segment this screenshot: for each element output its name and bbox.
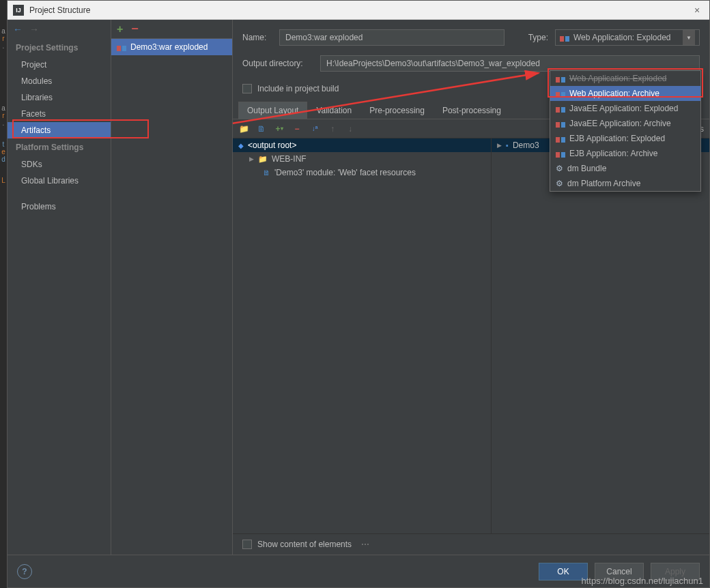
nav-project[interactable]: Project [8, 57, 111, 73]
dd-ejb-archive[interactable]: EJB Application: Archive [550, 146, 700, 161]
type-dropdown: Web Application: Exploded Web Applicatio… [550, 70, 701, 192]
window-title: Project Structure [29, 5, 690, 15]
show-content-label: Show content of elements [257, 540, 352, 549]
titlebar: IJ Project Structure × [8, 1, 709, 20]
tab-pre-processing[interactable]: Pre-processing [360, 102, 434, 119]
tree-webinf-label: WEB-INF [272, 154, 307, 164]
chevron-down-icon: ▼ [683, 30, 695, 45]
ellipsis-icon[interactable]: ⋯ [361, 540, 370, 549]
dd-dm-platform[interactable]: ⚙ dm Platform Archive [550, 176, 700, 191]
artifact-type-icon [560, 33, 569, 42]
dd-ejb-exploded[interactable]: EJB Application: Exploded [550, 131, 700, 146]
dd-javaee-archive[interactable]: JavaEE Application: Archive [550, 116, 700, 131]
close-icon[interactable]: × [690, 5, 704, 16]
nav-libraries[interactable]: Libraries [8, 89, 111, 106]
show-content-row[interactable]: Show content of elements ⋯ [233, 533, 709, 555]
tab-validation[interactable]: Validation [307, 102, 360, 119]
dd-dm-bundle[interactable]: ⚙ dm Bundle [550, 161, 700, 176]
add-copy-icon[interactable]: +▾ [274, 123, 285, 134]
main-panel: Name: Type: Web Application: Exploded ▼ … [233, 20, 709, 555]
show-content-checkbox[interactable] [242, 540, 252, 549]
back-icon[interactable]: ← [13, 24, 23, 35]
type-select[interactable]: Web Application: Exploded ▼ [555, 29, 700, 46]
expand-icon[interactable]: ▶ [249, 156, 254, 162]
include-build-label: Include in project build [257, 84, 339, 93]
bundle-icon: ⚙ [556, 164, 563, 173]
tree-output-root[interactable]: ◆ <output root> [233, 138, 491, 152]
nav-modules[interactable]: Modules [8, 73, 111, 89]
section-project-settings: Project Settings [8, 39, 111, 57]
avail-demo3-label: Demo3 [513, 141, 539, 150]
editor-gutter-strip: a r . a r . t e d L [0, 0, 7, 588]
remove-artifact-icon[interactable]: − [131, 22, 139, 36]
sidebar: ← → Project Settings Project Modules Lib… [8, 20, 111, 555]
dd-web-exploded[interactable]: Web Application: Exploded [550, 71, 700, 86]
artifact-toolbar: + − [111, 20, 232, 39]
nav-artifacts[interactable]: Artifacts [8, 122, 111, 138]
module-icon: ▪ [506, 141, 509, 149]
available-elements-pane[interactable]: ▶ ▪ Demo3 [491, 138, 709, 533]
forward-icon[interactable]: → [29, 24, 39, 35]
tree-webinf[interactable]: ▶ 📁 WEB-INF [233, 152, 491, 166]
remove-icon[interactable]: − [292, 123, 302, 134]
dd-javaee-exploded[interactable]: JavaEE Application: Exploded [550, 101, 700, 116]
output-tree[interactable]: ◆ <output root> ▶ 📁 WEB-INF 🗎 'Demo3' mo… [233, 138, 491, 533]
help-icon[interactable]: ? [17, 564, 32, 579]
nav-sdks[interactable]: SDKs [8, 156, 111, 173]
section-platform-settings: Platform Settings [8, 138, 111, 156]
move-down-icon[interactable]: ↓ [345, 123, 356, 134]
artifact-icon [556, 149, 565, 158]
tree-output-root-label: <output root> [248, 141, 296, 150]
project-structure-dialog: IJ Project Structure × ← → Project Setti… [7, 0, 710, 588]
type-select-value: Web Application: Exploded [573, 33, 671, 42]
watermark: https://blog.csdn.net/lujiachun1 [581, 576, 703, 586]
sort-icon[interactable]: ↓ª [309, 123, 320, 134]
expand-icon[interactable]: ▶ [497, 142, 502, 149]
content-split: ◆ <output root> ▶ 📁 WEB-INF 🗎 'Demo3' mo… [233, 138, 709, 533]
tab-post-processing[interactable]: Post-processing [434, 102, 510, 119]
output-root-icon: ◆ [238, 142, 244, 149]
nav-facets[interactable]: Facets [8, 106, 111, 122]
tab-output-layout[interactable]: Output Layout [238, 102, 307, 119]
new-folder-icon[interactable]: 📁 [238, 123, 249, 134]
move-up-icon[interactable]: ↑ [327, 123, 338, 134]
tree-module-resources-label: 'Demo3' module: 'Web' facet resources [274, 168, 416, 177]
artifact-icon [556, 134, 565, 143]
folder-icon: 📁 [258, 155, 268, 164]
web-resources-icon: 🗎 [263, 168, 270, 177]
dialog-body: ← → Project Settings Project Modules Lib… [8, 20, 709, 555]
tree-module-resources[interactable]: 🗎 'Demo3' module: 'Web' facet resources [233, 166, 491, 179]
type-label: Type: [528, 33, 548, 42]
add-artifact-icon[interactable]: + [117, 23, 123, 35]
dd-web-archive[interactable]: Web Application: Archive [550, 86, 700, 101]
outdir-label: Output directory: [242, 59, 313, 68]
artifact-icon [556, 104, 565, 113]
artifact-icon [117, 43, 126, 51]
artifact-item-demo3[interactable]: Demo3:war exploded [111, 39, 232, 55]
ok-button[interactable]: OK [539, 563, 588, 580]
nav-problems[interactable]: Problems [8, 199, 111, 215]
outdir-input[interactable] [320, 55, 700, 72]
artifact-item-label: Demo3:war exploded [130, 42, 208, 52]
nav-arrows: ← → [8, 20, 111, 39]
name-input[interactable] [279, 29, 505, 46]
artifact-icon [556, 74, 565, 83]
include-build-checkbox[interactable] [242, 84, 252, 93]
name-label: Name: [242, 33, 272, 42]
artifact-icon [556, 89, 565, 98]
bundle-icon: ⚙ [556, 179, 563, 188]
app-icon: IJ [13, 5, 24, 16]
artifact-icon [556, 119, 565, 128]
new-archive-icon[interactable]: 🗎 [256, 123, 267, 134]
nav-global-libraries[interactable]: Global Libraries [8, 173, 111, 189]
artifact-list-panel: + − Demo3:war exploded [111, 20, 233, 555]
